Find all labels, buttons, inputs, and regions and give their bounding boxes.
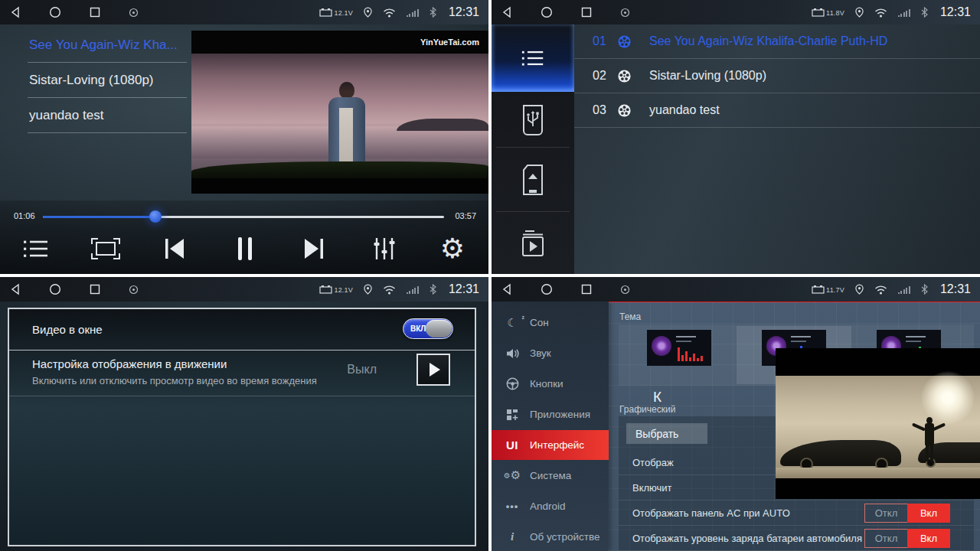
ui-icon: UI: [504, 439, 521, 452]
video-surface[interactable]: YinYueTai.com: [191, 31, 488, 194]
playlist-item[interactable]: See You Again-Wiz Kha...: [0, 28, 191, 62]
status-bar: 12.1V 12:31: [0, 277, 488, 302]
equalizer-button[interactable]: [358, 227, 411, 271]
recents-icon[interactable]: [580, 6, 593, 18]
sidebar-item-label: Система: [530, 470, 571, 481]
on-button[interactable]: Вкл: [907, 504, 950, 523]
sidebar-item-android[interactable]: ••• Android: [492, 491, 609, 521]
setting-label: Видео в окне: [32, 323, 103, 336]
tab-playlist[interactable]: [492, 24, 574, 92]
home-icon[interactable]: [49, 283, 61, 295]
aspect-ratio-button[interactable]: [79, 227, 132, 271]
sidebar-item-label: Звук: [530, 347, 551, 359]
pause-button[interactable]: [218, 227, 272, 271]
back-icon[interactable]: [501, 6, 513, 18]
seek-thumb[interactable]: [149, 210, 162, 223]
motion-settings-screen: 12.1V 12:31 Видео в окне ВКЛ Настройка о…: [0, 277, 488, 551]
file-title: See You Again-Wiz Khalifa-Charlie Puth-H…: [649, 34, 887, 48]
total-time: 03:57: [455, 211, 476, 220]
clock: 12:31: [449, 282, 479, 296]
settings-sidebar: ☾z Сон Звук Кнопки Приложения UI Интерфе…: [492, 302, 609, 551]
previous-button[interactable]: [148, 227, 201, 271]
home-icon[interactable]: [541, 6, 553, 18]
foreground: [191, 161, 488, 178]
sidebar-item-apps[interactable]: Приложения: [492, 399, 609, 429]
apps-grid-icon: [504, 409, 521, 421]
tab-video-library[interactable]: [492, 212, 574, 274]
home-icon[interactable]: [541, 283, 553, 295]
source-rail: [492, 24, 574, 274]
sidebar-item-buttons[interactable]: Кнопки: [492, 369, 609, 399]
recents-icon[interactable]: [89, 283, 101, 295]
theme-thumbnail-red[interactable]: [647, 330, 711, 366]
singer-silhouette: [322, 82, 371, 166]
sidebar-item-system[interactable]: ⚙⚙ Система: [492, 461, 609, 491]
sidebar-item-label: Приложения: [530, 409, 590, 420]
signal-strength-icon: [898, 285, 910, 294]
sidebar-item-interface[interactable]: UI Интерфейс: [492, 430, 609, 460]
off-button[interactable]: Откл: [864, 529, 907, 548]
letterbox-bottom: [191, 178, 488, 194]
choose-button[interactable]: Выбрать: [626, 423, 707, 444]
sidebar-item-label: Android: [530, 500, 566, 512]
sidebar-item-about[interactable]: i Об устройстве: [492, 522, 609, 551]
video-library-icon: [519, 230, 547, 257]
setting-subtitle: Включить или отключить просмотр видео во…: [32, 375, 317, 386]
car-battery-icon: [319, 285, 332, 294]
steering-wheel-icon: [504, 377, 521, 390]
off-button[interactable]: Откл: [864, 504, 907, 523]
recents-icon[interactable]: [580, 283, 593, 295]
option-row: Отображать панель AC при AUTO Откл Вкл: [619, 500, 974, 526]
playlist-item[interactable]: yuandao test: [0, 98, 191, 132]
wifi-icon: [874, 285, 887, 295]
floating-menu-icon[interactable]: [129, 8, 139, 18]
next-button[interactable]: [287, 227, 341, 271]
sidebar-item-sound[interactable]: Звук: [492, 338, 609, 368]
status-bar: 12.1V 12:31: [0, 0, 488, 24]
toggle-state-label: ВКЛ: [410, 324, 426, 333]
sidebar-item-sleep[interactable]: ☾z Сон: [492, 308, 609, 337]
voltage-label: 12.1V: [334, 286, 353, 294]
film-reel-icon: [617, 103, 649, 118]
home-icon[interactable]: [49, 6, 61, 18]
tab-sdcard[interactable]: [492, 148, 574, 212]
seek-bar[interactable]: [43, 216, 444, 218]
back-icon[interactable]: [9, 283, 21, 295]
divider: [28, 132, 187, 133]
speaker-icon: [504, 348, 521, 359]
playlist-item[interactable]: Sistar-Loving (1080p): [0, 63, 191, 97]
battery-voltage-indicator: 11.7V: [812, 285, 844, 294]
ellipsis-icon: •••: [504, 500, 521, 512]
settings-button[interactable]: ⚙: [426, 227, 479, 271]
track-number: 03: [574, 103, 617, 117]
file-row[interactable]: 02 Sistar-Loving (1080p): [574, 59, 980, 93]
file-title: yuandao test: [649, 103, 720, 117]
player-control-zone: 01:06 03:57: [0, 201, 488, 274]
location-icon: [855, 284, 864, 295]
floating-menu-icon[interactable]: [620, 8, 630, 18]
setting-row-motion-display[interactable]: Настройка отображения в движении Включит…: [9, 350, 475, 395]
back-icon[interactable]: [501, 283, 513, 295]
file-row[interactable]: 01 See You Again-Wiz Khalifa-Charlie Put…: [574, 24, 980, 59]
option-label: Отображать панель AC при AUTO: [632, 507, 790, 519]
tab-usb[interactable]: [492, 92, 574, 148]
clock: 12:31: [940, 282, 971, 296]
playlist-button[interactable]: [9, 227, 63, 271]
option-label: Включит: [632, 482, 672, 494]
on-button[interactable]: Вкл: [907, 529, 950, 548]
video-in-window-toggle[interactable]: ВКЛ: [403, 318, 453, 339]
film-reel-icon: [617, 34, 649, 49]
floating-video-window[interactable]: [776, 348, 980, 499]
voltage-label: 11.7V: [826, 286, 844, 294]
browser-screen: 11.8V 12:31: [492, 0, 980, 274]
floating-menu-icon[interactable]: [620, 285, 630, 295]
file-row[interactable]: 03 yuandao test: [574, 93, 980, 128]
floating-menu-icon[interactable]: [129, 285, 139, 295]
recents-icon[interactable]: [89, 6, 101, 18]
section-label-graphics: Графический: [619, 404, 675, 415]
expand-play-button[interactable]: [416, 354, 450, 386]
player-screen: 12.1V 12:31 See You Again-Wiz Kha... Sis…: [0, 0, 488, 274]
back-icon[interactable]: [9, 6, 21, 18]
location-icon: [364, 7, 372, 18]
bluetooth-icon: [430, 7, 436, 18]
